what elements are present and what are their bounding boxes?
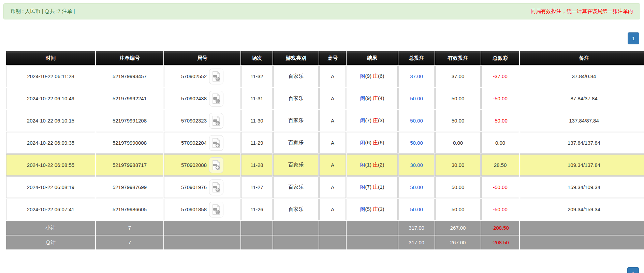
video-replay-button[interactable]: [209, 202, 223, 217]
table-header-row: 时间 注单编号 局号 场次 游戏类别 桌号 结果 总投注 有效投注 总派彩 备注: [6, 51, 644, 65]
cell-round: 570902323: [164, 110, 240, 131]
video-record-icon: [212, 138, 221, 148]
result-player-score: (6): [365, 140, 371, 145]
result-player-label: 闲: [360, 162, 365, 168]
table-row: 2024-10-22 06:10:15 521979991208 5709023…: [6, 110, 644, 131]
video-replay-button[interactable]: [209, 91, 223, 106]
cell-bet-id: 521979991208: [96, 110, 163, 131]
result-banker-score: (3): [378, 206, 384, 212]
cell-payout: -50.00: [481, 110, 519, 131]
cell-total-bet: 37.00: [398, 66, 435, 87]
cell-result: 闲(9) 庄(6): [347, 66, 398, 87]
result-player-score: (5): [365, 206, 371, 212]
cell-total-bet: 50.00: [398, 88, 435, 109]
round-number: 570901858: [181, 206, 207, 212]
result-banker-score: (4): [378, 95, 384, 101]
cell-table-no: A: [319, 154, 346, 176]
col-header-table-no: 桌号: [319, 51, 346, 65]
cell-valid-bet: 37.00: [435, 66, 481, 87]
video-replay-button[interactable]: [209, 113, 223, 129]
cell-table-no: A: [319, 176, 346, 198]
result-banker-score: (6): [378, 140, 384, 145]
total-bet-link[interactable]: 50.00: [410, 140, 423, 146]
cell-session: 11-30: [241, 110, 273, 131]
cell-game-type: 百家乐: [273, 176, 319, 198]
result-player-score: (1): [365, 162, 371, 168]
cell-bet-id: 521979990008: [96, 132, 163, 154]
cell-bet-id: 521979993457: [96, 66, 163, 87]
video-replay-button[interactable]: [209, 157, 223, 173]
cell-time: 2024-10-22 06:10:15: [6, 110, 95, 131]
cell-total-bet: 30.00: [398, 154, 435, 176]
cell-table-no: A: [319, 66, 346, 87]
page-1-button-top[interactable]: 1: [628, 32, 639, 44]
cell-time: 2024-10-22 06:11:28: [6, 66, 95, 87]
col-header-round: 局号: [164, 51, 240, 65]
cell-remark: 87.84/37.84: [520, 88, 644, 109]
col-header-valid-bet: 有效投注: [435, 51, 481, 65]
cell-session: 11-27: [241, 176, 273, 198]
result-banker-label: 庄: [373, 206, 378, 212]
result-banker-score: (2): [378, 162, 384, 168]
video-record-icon: [212, 160, 221, 170]
round-number: 570902438: [181, 96, 207, 101]
cell-table-no: A: [319, 132, 346, 154]
cell-round: 570902552: [164, 66, 240, 87]
table-row: 2024-10-22 06:10:49 521979992241 5709024…: [6, 88, 644, 109]
table-row: 2024-10-22 06:11:28 521979993457 5709025…: [6, 66, 644, 87]
video-record-icon: [212, 94, 221, 104]
total-bet-link[interactable]: 50.00: [410, 206, 423, 212]
result-player-label: 闲: [360, 73, 365, 79]
total-bet-link[interactable]: 30.00: [410, 162, 423, 168]
total-bet-link[interactable]: 50.00: [410, 184, 423, 190]
cell-session: 11-31: [241, 88, 273, 109]
result-player-label: 闲: [360, 184, 365, 190]
currency-summary-text: 币别 : 人民币 | 总共 :7 注单 |: [11, 8, 75, 15]
result-player-label: 闲: [360, 140, 365, 145]
cell-bet-id: 521979992241: [96, 88, 163, 109]
total-bet-link[interactable]: 50.00: [410, 118, 423, 124]
cell-result: 闲(6) 庄(6): [347, 132, 398, 154]
cell-game-type: 百家乐: [273, 66, 319, 87]
cell-session: 11-32: [241, 66, 273, 87]
cell-result: 闲(5) 庄(3): [347, 199, 398, 220]
cell-round: 570902204: [164, 132, 240, 154]
cell-payout: -50.00: [481, 88, 519, 109]
cell-game-type: 百家乐: [273, 199, 319, 220]
cell-time: 2024-10-22 06:07:41: [6, 199, 95, 220]
result-player-score: (7): [365, 117, 371, 123]
result-banker-score: (3): [378, 117, 384, 123]
cell-valid-bet: 50.00: [435, 110, 481, 131]
cell-game-type: 百家乐: [273, 88, 319, 109]
video-replay-button[interactable]: [209, 135, 223, 151]
cell-remark: 209.34/159.34: [520, 199, 644, 220]
page-1-button-bottom[interactable]: 1: [627, 267, 639, 273]
cell-payout: 0.00: [481, 132, 519, 154]
cell-game-type: 百家乐: [273, 110, 319, 131]
cell-result: 闲(7) 庄(3): [347, 110, 398, 131]
subtotal-valid-bet: 267.00: [435, 221, 481, 235]
round-number: 570902552: [181, 73, 207, 79]
subtotal-row: 小计 7 317.00 267.00 -208.50: [6, 221, 644, 235]
subtotal-total-bet: 317.00: [398, 221, 435, 235]
total-count: 7: [96, 235, 163, 249]
cell-round: 570902438: [164, 88, 240, 109]
video-replay-button[interactable]: [209, 69, 223, 84]
total-bet-link[interactable]: 50.00: [410, 96, 423, 101]
cell-remark: 109.34/137.84: [520, 154, 644, 176]
subtotal-label: 小计: [6, 221, 95, 235]
total-label: 总计: [6, 235, 95, 249]
total-total-bet: 317.00: [398, 235, 435, 249]
top-pagination: 1: [0, 32, 639, 44]
total-bet-link[interactable]: 37.00: [410, 73, 423, 79]
video-replay-button[interactable]: [209, 179, 223, 195]
cell-time: 2024-10-22 06:10:49: [6, 88, 95, 109]
col-header-time: 时间: [6, 51, 95, 65]
cell-remark: 137.84/137.84: [520, 132, 644, 154]
col-header-session: 场次: [241, 51, 273, 65]
bet-records-table: 时间 注单编号 局号 场次 游戏类别 桌号 结果 总投注 有效投注 总派彩 备注…: [5, 51, 644, 250]
table-row: 2024-10-22 06:07:41 521979986605 5709018…: [6, 199, 644, 220]
total-row: 总计 7 317.00 267.00 -208.50: [6, 235, 644, 249]
cell-session: 11-28: [241, 154, 273, 176]
cell-game-type: 百家乐: [273, 132, 319, 154]
